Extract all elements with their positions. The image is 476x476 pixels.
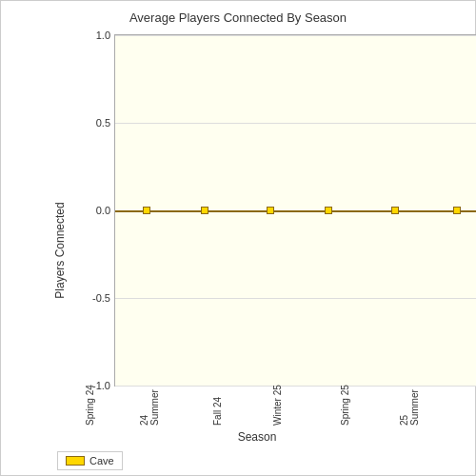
legend-label-cave: Cave	[89, 455, 114, 466]
legend: Cave	[57, 451, 123, 470]
data-point-spring24	[143, 207, 150, 214]
grid-line-25	[115, 123, 476, 124]
x-label-spring25: Spring 25	[340, 383, 350, 426]
data-point-winter25	[325, 207, 332, 214]
y-label-05: 0.5	[63, 117, 110, 129]
x-axis-title: Season	[57, 430, 457, 444]
x-label-summer25: Summer 25	[399, 383, 420, 426]
data-point-fall24	[267, 207, 274, 214]
y-label-1: 1.0	[63, 30, 110, 41]
legend-swatch-cave	[66, 456, 85, 466]
y-label-0: 0.0	[63, 205, 110, 216]
data-point-spring25	[391, 207, 399, 214]
x-label-summer24: Summer 24	[139, 383, 160, 426]
x-label-fall24: Fall 24	[212, 383, 223, 426]
x-label-winter25: Winter 25	[272, 383, 283, 426]
data-point-summer24	[201, 207, 208, 214]
chart-container: Average Players Connected By Season Play…	[0, 0, 476, 476]
chart-title: Average Players Connected By Season	[129, 10, 347, 25]
zero-line	[115, 210, 476, 212]
grid-line-top	[115, 35, 476, 36]
y-label-neg05: -0.5	[63, 292, 110, 304]
grid-line-75	[115, 298, 476, 299]
chart-area: 1.0 0.5 0.0 -0.5 -1.0	[114, 34, 476, 387]
x-label-spring24: Spring 24	[84, 383, 94, 426]
data-point-summer25	[453, 207, 461, 214]
